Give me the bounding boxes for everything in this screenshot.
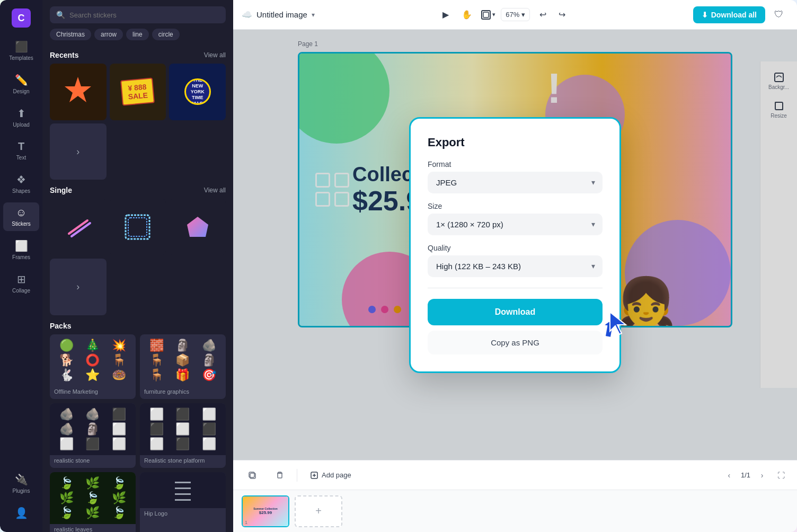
pack-furniture[interactable]: 🧱 🗿 🪨 🪑 📦 🗿 🪑 🎁 🎯 furniture graphics [140, 334, 226, 399]
format-select[interactable]: JPEG PNG PDF SVG GIF [428, 172, 603, 193]
fullscreen-button[interactable]: ⛶ [774, 468, 789, 483]
prev-page-button[interactable]: ‹ [722, 468, 737, 483]
frames-icon: ⬜ [15, 240, 28, 252]
pack-icon: 🌿 [80, 476, 105, 490]
sticker-recent-2[interactable]: ¥ 888SALE [110, 64, 166, 120]
pack-realistic-stone[interactable]: 🪨 🪨 ⬛ 🪨 🗿 ⬜ ⬜ ⬛ ⬜ realistic stone [50, 403, 136, 468]
pack-icon: 🎄 [80, 339, 105, 352]
sticker-recent-1[interactable] [50, 64, 107, 120]
frame-tool-button[interactable]: ▾ [480, 6, 497, 23]
hand-tool-button[interactable]: ✋ [458, 6, 475, 23]
page-nav: ‹ 1/1 › ⛶ [722, 468, 789, 483]
collage-icon: ⊞ [17, 273, 26, 286]
tag-arrow[interactable]: arrow [94, 29, 123, 40]
app-container: C ⬛ Templates ✏️ Design ⬆ Upload T Text … [0, 0, 797, 532]
copy-png-button[interactable]: Copy as PNG [428, 331, 603, 354]
zoom-control[interactable]: 67% ▾ [501, 8, 530, 21]
page-duplicate-button[interactable] [242, 468, 263, 483]
pack-icons-4: ⬜ ⬛ ⬜ ⬛ ⬜ ⬛ ⬜ ⬛ ⬜ [140, 403, 226, 455]
modal-divider [428, 288, 603, 288]
undo-button[interactable]: ↩ [534, 6, 551, 23]
quality-select[interactable]: Low Medium High (122 KB – 243 KB) [428, 255, 603, 277]
pack-realistic-leaves[interactable]: 🍃 🌿 🍃 🌿 🍃 🌿 🍃 🌿 🍃 realistic leaves [50, 472, 136, 532]
search-input[interactable] [69, 11, 219, 19]
sidebar-item-stickers[interactable]: ☺ Stickers [3, 202, 39, 231]
page-delete-button[interactable] [269, 468, 290, 483]
size-group: Size 1× (1280 × 720 px) 2× (2560 × 1440 … [428, 202, 603, 235]
sticker-single-3[interactable] [169, 199, 226, 255]
shield-button[interactable]: 🛡 [769, 5, 789, 24]
tag-line[interactable]: line [126, 29, 149, 40]
page-thumbnail-1[interactable]: Summer Collection $25.99 1 [242, 495, 289, 527]
pack-icons-3: 🪨 🪨 ⬛ 🪨 🗿 ⬜ ⬜ ⬛ ⬜ [50, 403, 136, 455]
sidebar-item-collage[interactable]: ⊞ Collage [3, 269, 39, 298]
quality-select-wrapper: Low Medium High (122 KB – 243 KB) ▾ [428, 255, 603, 277]
pack-icon: ⬛ [170, 437, 195, 451]
pack-hip-logo[interactable]: ▬▬▬▬▬▬▬▬▬▬▬▬ Hip Logo [140, 472, 226, 532]
copy-png-label: Copy as PNG [491, 338, 539, 347]
download-all-button[interactable]: ⬇ Download all [693, 6, 765, 23]
search-icon: 🔍 [56, 11, 65, 19]
bottom-bar: Add page ‹ 1/1 › ⛶ [233, 460, 797, 490]
topbar-center: ▶ ✋ ▾ 67% ▾ ↩ ↪ [321, 6, 687, 23]
single-view-all[interactable]: View all [204, 187, 226, 194]
sidebar-item-design[interactable]: ✏️ Design [3, 69, 39, 99]
sidebar-item-frames[interactable]: ⬜ Frames [3, 235, 39, 264]
panel-scroll[interactable]: Recents View all ¥ 888SALE THENEWYORKTIM… [42, 46, 233, 532]
pack-icon: 🍃 [54, 506, 79, 520]
shapes-label: Shapes [12, 188, 30, 194]
topbar-left: ☁️ Untitled image ▾ [242, 10, 315, 20]
singles-arrow[interactable]: › [50, 259, 107, 315]
pack-label-4: Realistic stone platform [140, 455, 226, 468]
add-thumbnail-button[interactable]: + [295, 495, 342, 527]
search-area: 🔍 [42, 0, 233, 29]
select-tool-button[interactable]: ▶ [437, 6, 454, 23]
next-page-button[interactable]: › [755, 468, 769, 483]
sidebar-item-upload[interactable]: ⬆ Upload [3, 103, 39, 132]
sidebar-item-plugins[interactable]: 🔌 Plugins [3, 469, 39, 498]
pack-icon: ⬜ [170, 422, 195, 436]
tag-circle[interactable]: circle [152, 29, 180, 40]
redo-button[interactable]: ↪ [553, 6, 570, 23]
pack-offline-marketing[interactable]: 🟢 🎄 💥 🐕 ⭕ 🪑 🐇 ⭐ 🍩 Offline Marketing [50, 334, 136, 399]
export-modal: Export Format JPEG PNG PDF SVG GIF ▾ [409, 117, 621, 373]
download-icon: ⬇ [702, 11, 708, 19]
sticker-single-2[interactable] [110, 199, 166, 255]
sticker-panel: 🔍 Christmas arrow line circle Recents Vi… [42, 0, 233, 532]
single-title: Single [50, 186, 72, 194]
add-page-button[interactable]: Add page [304, 468, 358, 483]
app-logo: C [12, 8, 31, 28]
modal-overlay: Export Format JPEG PNG PDF SVG GIF ▾ [233, 30, 797, 460]
canvas-area[interactable]: Backgr... Resize Page 1 [233, 30, 797, 460]
zoom-value: 67% [506, 11, 519, 19]
svg-marker-10 [610, 312, 626, 334]
file-name: Untitled image [256, 10, 307, 19]
pack-icon: 🎯 [197, 368, 222, 382]
tag-christmas[interactable]: Christmas [50, 29, 91, 40]
sidebar-item-templates[interactable]: ⬛ Templates [3, 36, 39, 65]
search-box[interactable]: 🔍 [50, 6, 226, 23]
pack-icons-6: ▬▬▬▬▬▬▬▬▬▬▬▬ [140, 472, 226, 508]
sidebar-item-shapes[interactable]: ❖ Shapes [3, 169, 39, 198]
size-select[interactable]: 1× (1280 × 720 px) 2× (2560 × 1440 px) [428, 214, 603, 235]
sidebar-item-text[interactable]: T Text [3, 136, 39, 165]
svg-rect-13 [278, 473, 282, 478]
sidebar-item-account[interactable]: 👤 [3, 502, 39, 524]
pack-icon: ⬜ [54, 437, 79, 451]
download-button[interactable]: Download [428, 299, 603, 325]
sticker-recent-3[interactable]: THENEWYORKTIMEMAG [169, 64, 226, 120]
pack-stone-platform[interactable]: ⬜ ⬛ ⬜ ⬛ ⬜ ⬛ ⬜ ⬛ ⬜ Realistic stone platfo… [140, 403, 226, 468]
recents-header: Recents View all [50, 51, 226, 59]
shapes-icon: ❖ [16, 173, 26, 186]
recents-view-all[interactable]: View all [204, 51, 226, 59]
sticker-single-1[interactable] [50, 199, 107, 255]
topbar: ☁️ Untitled image ▾ ▶ ✋ ▾ 67% ▾ [233, 0, 797, 30]
collage-label: Collage [12, 288, 30, 294]
pack-icon: 🍩 [107, 368, 131, 382]
recents-arrow[interactable]: › [50, 123, 107, 180]
undo-redo-group: ↩ ↪ [534, 6, 570, 23]
title-chevron-icon[interactable]: ▾ [312, 11, 315, 19]
pack-icon: 🍃 [107, 506, 131, 520]
pack-icon: ⬛ [107, 407, 131, 421]
quality-group: Quality Low Medium High (122 KB – 243 KB… [428, 244, 603, 277]
